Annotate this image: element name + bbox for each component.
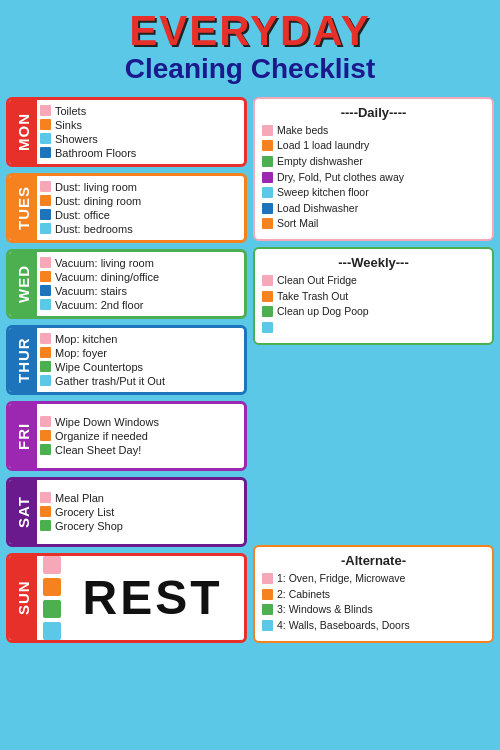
list-item: Grocery Shop [40, 520, 239, 532]
mon-tasks: Toilets Sinks Showers Bathroom Floors [37, 100, 244, 164]
thur-label: THUR [9, 328, 37, 392]
fri-tasks: Wipe Down Windows Organize if needed Cle… [37, 404, 244, 468]
list-item: 2: Cabinets [262, 588, 485, 602]
list-item: Clean Sheet Day! [40, 444, 239, 456]
list-item: Showers [40, 133, 239, 145]
list-item: Meal Plan [40, 492, 239, 504]
list-item: Take Trash Out [262, 290, 485, 304]
list-item: Clean Out Fridge [262, 274, 485, 288]
content-grid: MON Toilets Sinks Showers Bathroom Floor… [0, 91, 500, 649]
list-item: Organize if needed [40, 430, 239, 442]
list-item: Wipe Down Windows [40, 416, 239, 428]
list-item [262, 321, 485, 335]
thur-card: THUR Mop: kitchen Mop: foyer Wipe Counte… [6, 325, 247, 395]
alternate-title: -Alternate- [262, 553, 485, 568]
tues-card: TUES Dust: living room Dust: dining room… [6, 173, 247, 243]
sun-color-blocks [37, 556, 61, 640]
list-item: Dust: dining room [40, 195, 239, 207]
list-item: Dry, Fold, Put clothes away [262, 171, 485, 185]
list-item: Sort Mail [262, 217, 485, 231]
sat-label: SAT [9, 480, 37, 544]
thur-tasks: Mop: kitchen Mop: foyer Wipe Countertops… [37, 328, 244, 392]
daily-title: ----Daily---- [262, 105, 485, 120]
alternate-card: -Alternate- 1: Oven, Fridge, Microwave 2… [253, 545, 494, 643]
list-item: Wipe Countertops [40, 361, 239, 373]
panels-column: ----Daily---- Make beds Load 1 load laun… [253, 97, 494, 643]
mon-label: MON [9, 100, 37, 164]
list-item: Dust: office [40, 209, 239, 221]
days-column: MON Toilets Sinks Showers Bathroom Floor… [6, 97, 247, 643]
list-item: Bathroom Floors [40, 147, 239, 159]
fri-card: FRI Wipe Down Windows Organize if needed… [6, 401, 247, 471]
list-item: Make beds [262, 124, 485, 138]
header: EVERYDAY Cleaning Checklist [0, 0, 500, 91]
tues-tasks: Dust: living room Dust: dining room Dust… [37, 176, 244, 240]
list-item: 1: Oven, Fridge, Microwave [262, 572, 485, 586]
sun-rest: REST [61, 556, 244, 640]
list-item: Toilets [40, 105, 239, 117]
list-item: Mop: kitchen [40, 333, 239, 345]
mon-card: MON Toilets Sinks Showers Bathroom Floor… [6, 97, 247, 167]
list-item: Load 1 load laundry [262, 139, 485, 153]
list-item: Load Dishwasher [262, 202, 485, 216]
tues-label: TUES [9, 176, 37, 240]
wed-card: WED Vacuum: living room Vacuum: dining/o… [6, 249, 247, 319]
sat-tasks: Meal Plan Grocery List Grocery Shop [37, 480, 244, 544]
list-item: 3: Windows & Blinds [262, 603, 485, 617]
sat-card: SAT Meal Plan Grocery List Grocery Shop [6, 477, 247, 547]
weekly-card: ---Weekly--- Clean Out Fridge Take Trash… [253, 247, 494, 345]
list-item: Vacuum: living room [40, 257, 239, 269]
list-item: Dust: living room [40, 181, 239, 193]
fri-label: FRI [9, 404, 37, 468]
list-item: 4: Walls, Baseboards, Doors [262, 619, 485, 633]
weekly-title: ---Weekly--- [262, 255, 485, 270]
sun-label: SUN [9, 556, 37, 640]
wed-tasks: Vacuum: living room Vacuum: dining/offic… [37, 252, 244, 316]
daily-card: ----Daily---- Make beds Load 1 load laun… [253, 97, 494, 241]
list-item: Vacuum: dining/office [40, 271, 239, 283]
list-item: Vacuum: stairs [40, 285, 239, 297]
list-item: Sweep kitchen floor [262, 186, 485, 200]
sun-card: SUN REST [6, 553, 247, 643]
list-item: Clean up Dog Poop [262, 305, 485, 319]
spacer [253, 351, 494, 539]
sub-title: Cleaning Checklist [5, 52, 495, 86]
list-item: Empty dishwasher [262, 155, 485, 169]
list-item: Gather trash/Put it Out [40, 375, 239, 387]
main-title: EVERYDAY [5, 10, 495, 52]
list-item: Mop: foyer [40, 347, 239, 359]
list-item: Vacuum: 2nd floor [40, 299, 239, 311]
list-item: Grocery List [40, 506, 239, 518]
list-item: Sinks [40, 119, 239, 131]
wed-label: WED [9, 252, 37, 316]
list-item: Dust: bedrooms [40, 223, 239, 235]
